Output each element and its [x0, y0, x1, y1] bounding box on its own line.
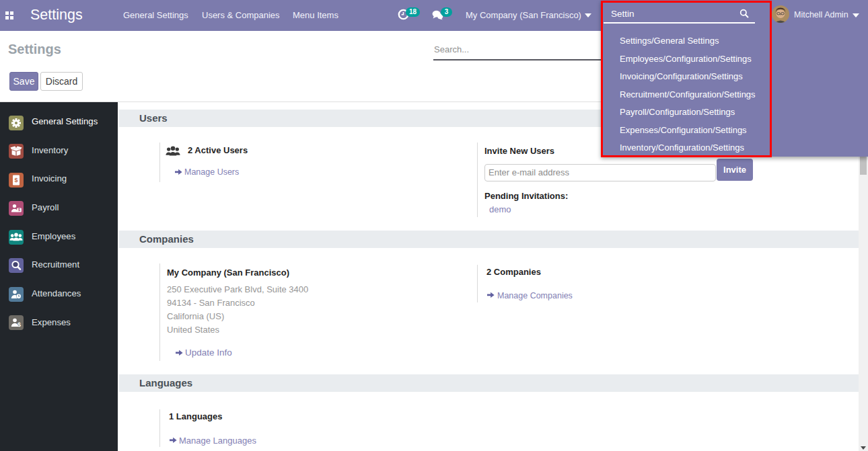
svg-text:$: $ [17, 321, 21, 328]
svg-text:$: $ [18, 208, 20, 212]
svg-text:$: $ [14, 177, 17, 183]
